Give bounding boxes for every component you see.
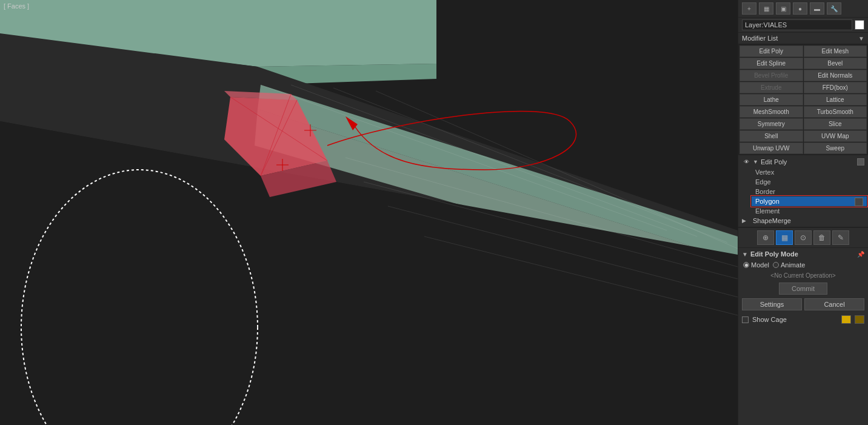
- modifier-dropdown-arrow[interactable]: ▼: [858, 35, 864, 42]
- pin-icon[interactable]: ⊕: [757, 230, 774, 245]
- stack-sub-items: Vertex Edge Border Polygon Element: [739, 167, 867, 216]
- cage-color-1[interactable]: [841, 315, 851, 324]
- mod-slice[interactable]: Slice: [804, 118, 867, 130]
- delete-icon[interactable]: 🗑: [813, 230, 830, 245]
- select-icon[interactable]: ▦: [776, 230, 793, 245]
- mod-symmetry[interactable]: Symmetry: [739, 118, 803, 130]
- mod-lattice[interactable]: Lattice: [804, 94, 867, 105]
- scene-canvas: [0, 0, 738, 425]
- stack-edge[interactable]: Edge: [752, 177, 867, 187]
- settings-button[interactable]: Settings: [742, 298, 802, 310]
- mod-extrude[interactable]: Extrude: [739, 82, 803, 93]
- stack-section: 👁 ▼ Edit Poly Vertex Edge Border Polygon…: [738, 155, 868, 227]
- animate-radio[interactable]: Animate: [773, 261, 805, 269]
- edit-poly-mode-section: ▼ Edit Poly Mode 📌 Model Animate <No Cur…: [738, 248, 868, 425]
- commit-button[interactable]: Commit: [779, 283, 827, 295]
- modifier-icon-2[interactable]: ▦: [759, 2, 773, 15]
- mod-meshsmooth[interactable]: MeshSmooth: [739, 106, 803, 118]
- animate-radio-label: Animate: [781, 261, 805, 269]
- modifier-grid: Edit Poly Edit Mesh Edit Spline Bevel Be…: [738, 44, 868, 155]
- stack-edit-poly[interactable]: 👁 ▼ Edit Poly: [739, 156, 867, 167]
- select-sub-icon[interactable]: ⊙: [795, 230, 812, 245]
- right-panel: + ▦ ▣ ● ▬ 🔧 Layer:VIALES Modifier List ▼…: [738, 0, 868, 425]
- edit-poly-mode-title: Edit Poly Mode: [750, 250, 857, 258]
- stack-element[interactable]: Element: [752, 206, 867, 216]
- mod-lathe[interactable]: Lathe: [739, 94, 803, 105]
- layer-name[interactable]: Layer:VIALES: [742, 19, 852, 30]
- mod-sweep[interactable]: Sweep: [804, 142, 867, 154]
- mod-ffd-box[interactable]: FFD(box): [804, 82, 867, 93]
- cancel-button[interactable]: Cancel: [804, 298, 864, 310]
- edit-poly-mode-collapse-arrow[interactable]: ▼: [742, 251, 748, 258]
- mod-edit-normals[interactable]: Edit Normals: [804, 70, 867, 81]
- stack-item-name: Edit Poly: [761, 158, 855, 166]
- animate-radio-circle[interactable]: [773, 262, 779, 268]
- mod-edit-mesh[interactable]: Edit Mesh: [804, 45, 867, 57]
- stack-border[interactable]: Border: [752, 187, 867, 196]
- viewport[interactable]: [ Faces ]: [0, 0, 738, 425]
- viewport-label: [ Faces ]: [4, 2, 29, 10]
- stack-shape-merge[interactable]: ▶ ShapeMerge: [739, 216, 867, 226]
- modifier-icon-6[interactable]: 🔧: [827, 2, 841, 15]
- model-radio-label: Model: [751, 261, 769, 269]
- layer-row: Layer:VIALES: [738, 18, 868, 33]
- show-cage-checkbox[interactable]: [742, 316, 749, 323]
- stack-vertex[interactable]: Vertex: [752, 167, 867, 177]
- layer-color-box[interactable]: [855, 20, 864, 30]
- mode-radio-row: Model Animate: [742, 261, 864, 269]
- mod-bevel[interactable]: Bevel: [804, 58, 867, 69]
- no-current-operation: <No Current Operation>: [742, 271, 864, 280]
- mod-bevel-profile[interactable]: Bevel Profile: [739, 70, 803, 81]
- stack-lock-box[interactable]: [857, 158, 864, 166]
- modifier-icon-5[interactable]: ▬: [810, 2, 824, 15]
- modifier-list-label: Modifier List: [742, 35, 858, 42]
- model-radio[interactable]: Model: [743, 261, 769, 269]
- top-toolbar: + ▦ ▣ ● ▬ 🔧: [738, 0, 868, 18]
- show-cage-row: Show Cage: [742, 314, 864, 325]
- mod-unwrap-uvw[interactable]: Unwrap UVW: [739, 142, 803, 154]
- mod-edit-poly[interactable]: Edit Poly: [739, 45, 803, 57]
- settings-cancel-row: Settings Cancel: [742, 298, 864, 310]
- stack-eye-icon[interactable]: 👁: [742, 158, 750, 166]
- modifier-icon-3[interactable]: ▣: [776, 2, 790, 15]
- modifier-list-header[interactable]: Modifier List ▼: [738, 33, 868, 44]
- edit-poly-mode-pin-icon[interactable]: 📌: [857, 251, 864, 258]
- mod-turbosmooth[interactable]: TurboSmooth: [804, 106, 867, 118]
- edit-poly-mode-header: ▼ Edit Poly Mode 📌: [742, 250, 864, 258]
- show-cage-label: Show Cage: [752, 316, 838, 323]
- bottom-toolbar: ⊕ ▦ ⊙ 🗑 ✎: [738, 227, 868, 248]
- model-radio-circle[interactable]: [743, 262, 749, 268]
- edit-icon[interactable]: ✎: [832, 230, 849, 245]
- cage-color-2[interactable]: [855, 315, 864, 324]
- add-modifier-icon[interactable]: +: [742, 2, 756, 15]
- stack-polygon[interactable]: Polygon: [752, 196, 867, 206]
- mod-uvw-map[interactable]: UVW Map: [804, 130, 867, 142]
- modifier-icon-4[interactable]: ●: [793, 2, 807, 15]
- stack-expand-arrow[interactable]: ▼: [753, 159, 758, 165]
- mod-edit-spline[interactable]: Edit Spline: [739, 58, 803, 69]
- shape-merge-label: ShapeMerge: [753, 217, 791, 224]
- mod-shell[interactable]: Shell: [739, 130, 803, 142]
